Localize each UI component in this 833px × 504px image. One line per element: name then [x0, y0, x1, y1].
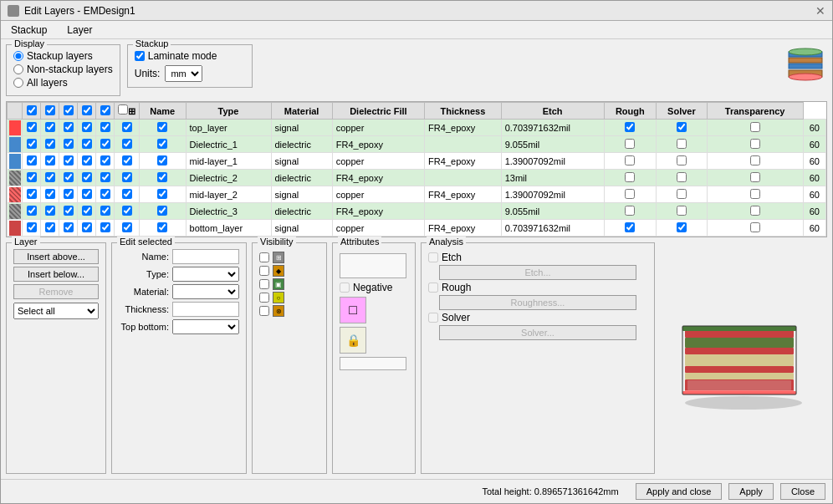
rough-check[interactable] [677, 222, 687, 232]
apply-button[interactable]: Apply [728, 483, 774, 500]
solver-checkbox[interactable] [428, 313, 438, 323]
etch-check[interactable] [625, 189, 635, 199]
row-check-4[interactable] [100, 139, 110, 149]
row-check-3[interactable] [82, 122, 92, 132]
row-check-1[interactable] [45, 189, 55, 199]
row-check-4[interactable] [100, 222, 110, 232]
vis-check1[interactable] [259, 252, 269, 262]
row-check-1[interactable] [45, 155, 55, 165]
etch-check[interactable] [625, 172, 635, 182]
negative-checkbox[interactable] [340, 283, 350, 293]
row-check-1[interactable] [45, 172, 55, 182]
solver-check[interactable] [750, 222, 760, 232]
row-check-5[interactable] [122, 189, 132, 199]
row-check-0[interactable] [27, 222, 37, 232]
row-check-5[interactable] [122, 172, 132, 182]
header-check2[interactable] [45, 105, 55, 115]
row-check-6[interactable] [157, 172, 167, 182]
row-check-3[interactable] [82, 206, 92, 216]
etch-check[interactable] [625, 206, 635, 216]
etch-check[interactable] [625, 139, 635, 149]
solver-check[interactable] [750, 172, 760, 182]
header-check1[interactable] [27, 105, 37, 115]
row-check-5[interactable] [122, 122, 132, 132]
rough-checkbox[interactable] [428, 283, 438, 293]
row-check-1[interactable] [45, 122, 55, 132]
etch-button[interactable]: Etch... [439, 265, 636, 280]
vis-check3[interactable] [259, 279, 269, 289]
row-check-0[interactable] [27, 189, 37, 199]
close-button[interactable]: Close [780, 483, 825, 500]
row-check-2[interactable] [64, 222, 74, 232]
etch-check[interactable] [625, 155, 635, 165]
row-check-0[interactable] [27, 155, 37, 165]
radio-nonstackup-input[interactable] [13, 64, 23, 74]
header-check3[interactable] [64, 105, 74, 115]
row-check-6[interactable] [157, 189, 167, 199]
row-check-5[interactable] [122, 139, 132, 149]
header-check6[interactable] [118, 104, 128, 115]
radio-alllayers-input[interactable] [13, 78, 23, 88]
row-check-2[interactable] [64, 122, 74, 132]
apply-close-button[interactable]: Apply and close [636, 483, 723, 500]
thickness-input[interactable] [172, 302, 239, 317]
topbottom-select[interactable] [172, 319, 239, 334]
radio-stackup-input[interactable] [13, 51, 23, 61]
row-check-6[interactable] [157, 206, 167, 216]
row-check-0[interactable] [27, 139, 37, 149]
header-check4[interactable] [82, 105, 92, 115]
etch-check[interactable] [625, 122, 635, 132]
row-check-6[interactable] [157, 122, 167, 132]
row-check-6[interactable] [157, 222, 167, 232]
close-icon[interactable]: ✕ [815, 4, 825, 18]
vis-check5[interactable] [259, 306, 269, 316]
row-check-2[interactable] [64, 206, 74, 216]
row-check-0[interactable] [27, 206, 37, 216]
attr-color-box[interactable]: □ [340, 297, 366, 323]
row-check-2[interactable] [64, 189, 74, 199]
row-check-2[interactable] [64, 155, 74, 165]
solver-check[interactable] [750, 139, 760, 149]
row-check-5[interactable] [122, 155, 132, 165]
solver-check[interactable] [750, 155, 760, 165]
rough-check[interactable] [677, 155, 687, 165]
row-check-0[interactable] [27, 172, 37, 182]
etch-check[interactable] [625, 222, 635, 232]
row-check-3[interactable] [82, 222, 92, 232]
vis-check4[interactable] [259, 293, 269, 303]
remove-button[interactable]: Remove [13, 284, 99, 299]
row-check-1[interactable] [45, 206, 55, 216]
row-check-3[interactable] [82, 189, 92, 199]
row-check-2[interactable] [64, 139, 74, 149]
name-input[interactable] [172, 249, 239, 264]
vis-check2[interactable] [259, 266, 269, 276]
insert-below-button[interactable]: Insert below... [13, 267, 99, 282]
insert-above-button[interactable]: Insert above... [13, 249, 99, 264]
row-check-4[interactable] [100, 206, 110, 216]
table-row[interactable]: Dielectric_1dielectricFR4_epoxy9.055mil6… [8, 136, 826, 153]
row-check-5[interactable] [122, 222, 132, 232]
table-row[interactable]: mid-layer_2signalcopperFR4_epoxy1.390070… [8, 186, 826, 203]
solver-check[interactable] [750, 122, 760, 132]
rough-check[interactable] [677, 122, 687, 132]
solver-check[interactable] [750, 189, 760, 199]
rough-check[interactable] [677, 189, 687, 199]
table-row[interactable]: mid-layer_1signalcopperFR4_epoxy1.390070… [8, 153, 826, 170]
menu-stackup[interactable]: Stackup [8, 23, 50, 38]
type-select[interactable]: signal dielectric [172, 267, 239, 282]
row-check-2[interactable] [64, 172, 74, 182]
row-check-4[interactable] [100, 172, 110, 182]
row-check-4[interactable] [100, 189, 110, 199]
rough-check[interactable] [677, 206, 687, 216]
row-check-4[interactable] [100, 155, 110, 165]
select-all-select[interactable]: Select all Select none Invert [13, 303, 99, 319]
menu-layer[interactable]: Layer [64, 23, 95, 38]
table-row[interactable]: bottom_layersignalcopperFR4_epoxy0.70397… [8, 220, 826, 237]
laminate-mode-checkbox[interactable] [135, 51, 145, 61]
etch-checkbox[interactable] [428, 252, 438, 262]
row-check-3[interactable] [82, 172, 92, 182]
solver-button[interactable]: Solver... [439, 325, 636, 340]
header-check5[interactable] [100, 105, 110, 115]
row-check-1[interactable] [45, 222, 55, 232]
row-check-5[interactable] [122, 206, 132, 216]
